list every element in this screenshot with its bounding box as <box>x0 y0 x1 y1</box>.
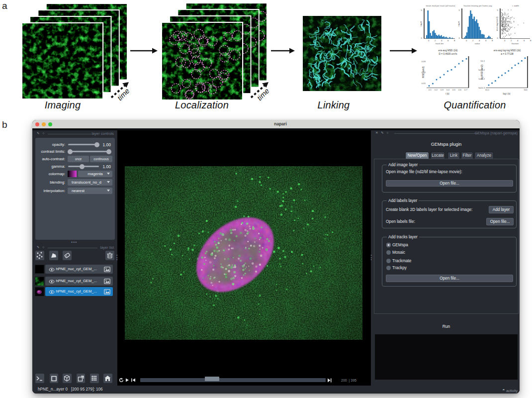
svg-text:mean msd per track (all tracks: mean msd per track (all tracks) <box>426 4 456 7</box>
svg-text:0.1: 0.1 <box>429 89 432 91</box>
svg-text:8: 8 <box>530 39 532 42</box>
svg-text:10-1: 10-1 <box>485 89 490 91</box>
svg-text:100: 100 <box>524 89 528 91</box>
svg-text:5: 5 <box>421 9 423 11</box>
svg-text:0: 0 <box>466 39 467 42</box>
svg-text:0: 0 <box>497 37 499 39</box>
svg-text:count: count <box>457 21 460 26</box>
svg-text:time: time <box>116 87 131 102</box>
svg-text:4: 4 <box>517 39 519 42</box>
svg-text:2: 2 <box>472 39 474 42</box>
svg-text:count: count <box>420 21 422 26</box>
svg-text:0: 0 <box>428 39 430 42</box>
svg-text:6: 6 <box>485 39 487 42</box>
svg-text:a = 0.77138: a = 0.77138 <box>501 53 514 55</box>
svg-text:0.2: 0.2 <box>435 89 438 91</box>
svg-text:0.01: 0.01 <box>422 82 426 85</box>
svg-text:6: 6 <box>524 39 525 42</box>
svg-text:fraction: fraction <box>512 42 519 45</box>
svg-text:0.7: 0.7 <box>464 89 467 91</box>
svg-text:8: 8 <box>492 39 493 42</box>
svg-text:ens-avg log-log MSD (2d): ens-avg log-log MSD (2d) <box>494 49 521 52</box>
svg-text:10-1: 10-1 <box>481 60 485 62</box>
svg-text:2: 2 <box>511 39 512 42</box>
svg-text:5x10-3: 5x10-3 <box>478 87 485 89</box>
svg-text:8: 8 <box>454 39 455 42</box>
svg-text:msd avg (um2): msd avg (um2) <box>496 16 498 31</box>
svg-text:0: 0 <box>421 37 423 39</box>
svg-text:0.5: 0.5 <box>452 89 455 91</box>
svg-text:4: 4 <box>441 39 443 42</box>
svg-text:value: value <box>475 42 480 45</box>
svg-text:log t (s): log t (s) <box>503 93 511 95</box>
svg-text:ens-avg MSD (2d): ens-avg MSD (2d) <box>439 49 458 52</box>
svg-text:time: time <box>256 87 271 102</box>
svg-text:4: 4 <box>479 39 480 42</box>
svg-text:r. width: r. width <box>512 4 519 7</box>
svg-text:MSD (um2): MSD (um2) <box>422 66 425 78</box>
svg-text:t (s): t (s) <box>445 93 449 95</box>
svg-text:6: 6 <box>447 39 449 42</box>
svg-text:0: 0 <box>504 39 506 42</box>
svg-text:0.3: 0.3 <box>441 89 443 91</box>
svg-text:2: 2 <box>435 39 436 42</box>
svg-text:0.6: 0.6 <box>458 89 461 91</box>
svg-text:0: 0 <box>459 37 460 39</box>
svg-text:fraction moving per frame avg: fraction moving per frame avg <box>464 4 492 7</box>
svg-text:D = 0.4639 um²/s: D = 0.4639 um²/s <box>439 53 458 55</box>
svg-text:5: 5 <box>497 9 499 11</box>
svg-text:log MSD (um2): log MSD (um2) <box>481 64 483 80</box>
svg-text:5: 5 <box>459 9 460 11</box>
svg-text:0.05: 0.05 <box>422 60 426 63</box>
svg-text:0.4: 0.4 <box>446 89 449 91</box>
svg-text:track len: track len <box>436 42 444 45</box>
